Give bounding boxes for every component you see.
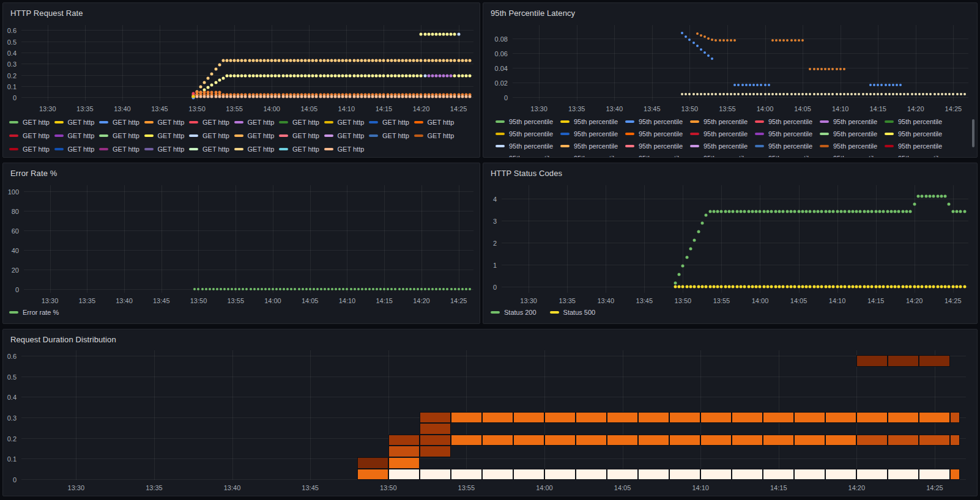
x-tick-label: 13:45 (644, 105, 661, 112)
legend-item[interactable]: GET http (279, 142, 324, 156)
legend-item[interactable]: GET http (144, 142, 190, 156)
legend-item[interactable]: 95th percentile (690, 152, 755, 157)
legend-item[interactable]: GET http (279, 129, 324, 142)
legend-item[interactable]: 95th percentile (496, 128, 560, 140)
legend-item[interactable]: 95th percentile (625, 152, 690, 157)
legend-item[interactable]: 95th percentile (496, 152, 560, 157)
data-point (274, 59, 277, 62)
legend-label: 95th percentile (768, 155, 812, 157)
legend-item[interactable]: 95th percentile (690, 116, 755, 128)
heatmap-cell (700, 469, 732, 480)
y-gridline (513, 68, 968, 68)
error-rate-plot[interactable]: 13:3013:3513:4013:4513:5013:5514:0014:05… (24, 185, 473, 293)
data-point (327, 288, 330, 290)
legend-item[interactable]: GET http (99, 116, 144, 129)
legend-item[interactable]: 95th percentile (755, 128, 820, 140)
legend-item[interactable]: 95th percentile (690, 128, 755, 140)
panel-title-request-duration-distribution[interactable]: Request Duration Distribution (10, 335, 116, 344)
legend-swatch (755, 120, 764, 123)
legend-item[interactable]: GET http (234, 116, 280, 129)
legend-item[interactable]: 95th percentile (755, 116, 820, 128)
x-gridline (721, 185, 722, 293)
data-point (457, 95, 460, 98)
data-point (882, 285, 885, 289)
legend-swatch (690, 120, 699, 123)
legend-item[interactable]: GET http (9, 129, 54, 142)
duration-heatmap-plot[interactable]: 13:3013:3513:4013:4513:5013:5514:0014:05… (21, 350, 966, 480)
data-point (847, 93, 849, 95)
data-point (751, 285, 754, 289)
legend-item[interactable]: GET http (9, 142, 54, 156)
legend-item[interactable]: GET http (144, 129, 190, 142)
legend-item[interactable]: GET http (54, 116, 100, 129)
y-tick-label: 0.1 (7, 83, 17, 90)
legend-item[interactable]: 95th percentile (885, 140, 949, 152)
panel-title-error-rate[interactable]: Error Rate % (10, 169, 57, 178)
legend-item[interactable]: GET http (324, 129, 369, 142)
legend-item[interactable]: GET http (369, 116, 414, 129)
legend-item[interactable]: 95th percentile (755, 140, 820, 152)
data-point (350, 288, 352, 290)
legend-item[interactable]: 95th percentile (625, 128, 690, 140)
data-point (732, 285, 735, 289)
legend-item[interactable]: 95th percentile (560, 152, 625, 157)
legend-item[interactable]: GET http (54, 129, 100, 142)
legend-item[interactable]: GET http (324, 142, 369, 156)
legend-item[interactable]: 95th percentile (885, 152, 949, 157)
data-point (262, 74, 265, 77)
legend-item[interactable]: GET http (324, 116, 369, 129)
legend-item[interactable]: GET http (414, 116, 459, 129)
status-codes-plot[interactable]: 13:3013:3513:4013:4513:5013:5514:0014:05… (502, 185, 968, 293)
x-gridline (727, 25, 728, 101)
legend-item[interactable]: 95th percentile (885, 116, 949, 128)
panel-title-http-request-rate[interactable]: HTTP Request Rate (10, 9, 83, 18)
legend-item[interactable]: GET http (369, 129, 414, 142)
legend-item[interactable]: GET http (144, 116, 190, 129)
data-point (909, 210, 912, 213)
legend-item[interactable]: 95th percentile (885, 128, 949, 140)
heatmap-cell (357, 469, 388, 480)
legend-item[interactable]: GET http (279, 116, 324, 129)
data-point (289, 95, 292, 98)
legend-item[interactable]: GET http (414, 129, 459, 142)
legend-item[interactable]: GET http (54, 142, 100, 156)
heatmap-cell (638, 435, 669, 446)
data-point (820, 285, 823, 289)
panel-title-http-status-codes[interactable]: HTTP Status Codes (491, 169, 562, 178)
legend-item[interactable]: 95th percentile (820, 128, 885, 140)
legend-item[interactable]: GET http (189, 116, 234, 129)
legend-item[interactable]: Status 500 (550, 306, 596, 318)
data-point (674, 281, 677, 284)
legend-item[interactable]: 95th percentile (560, 128, 625, 140)
latency-plot[interactable]: 13:3013:3513:4013:4513:5013:5514:0014:05… (513, 25, 968, 101)
legend-item[interactable]: GET http (234, 142, 280, 156)
legend-item[interactable]: GET http (189, 142, 234, 156)
x-gridline (309, 25, 310, 101)
legend-item[interactable]: 95th percentile (625, 140, 690, 152)
legend-item[interactable]: 95th percentile (560, 116, 625, 128)
panel-title-95th-percentile-latency[interactable]: 95th Percentile Latency (491, 9, 575, 18)
data-point (311, 95, 314, 98)
legend-item[interactable]: 95th percentile (820, 152, 885, 157)
legend-item[interactable]: 95th percentile (560, 140, 625, 152)
legend-item[interactable]: 95th percentile (820, 140, 885, 152)
legend-item[interactable]: GET http (99, 142, 144, 156)
y-tick-label: 0 (15, 286, 19, 293)
legend-item[interactable]: GET http (234, 129, 280, 142)
legend-item[interactable]: 95th percentile (820, 116, 885, 128)
data-point (719, 93, 721, 95)
legend-item[interactable]: GET http (99, 129, 144, 142)
legend-item[interactable]: 95th percentile (496, 116, 560, 128)
x-tick-label: 14:20 (848, 484, 866, 491)
legend-scrollbar[interactable] (972, 119, 974, 147)
legend-item[interactable]: 95th percentile (625, 116, 690, 128)
legend-item[interactable]: 95th percentile (690, 140, 755, 152)
legend-item[interactable]: Error rate % (9, 306, 59, 318)
legend-item[interactable]: 95th percentile (755, 152, 820, 157)
legend-item[interactable]: Status 200 (491, 306, 536, 318)
legend-item[interactable]: GET http (9, 116, 54, 129)
legend-item[interactable]: 95th percentile (496, 140, 560, 152)
data-point (220, 288, 222, 290)
legend-item[interactable]: GET http (189, 129, 234, 142)
http-request-rate-plot[interactable]: 13:3013:3513:4013:4513:5013:5514:0014:05… (21, 25, 473, 101)
